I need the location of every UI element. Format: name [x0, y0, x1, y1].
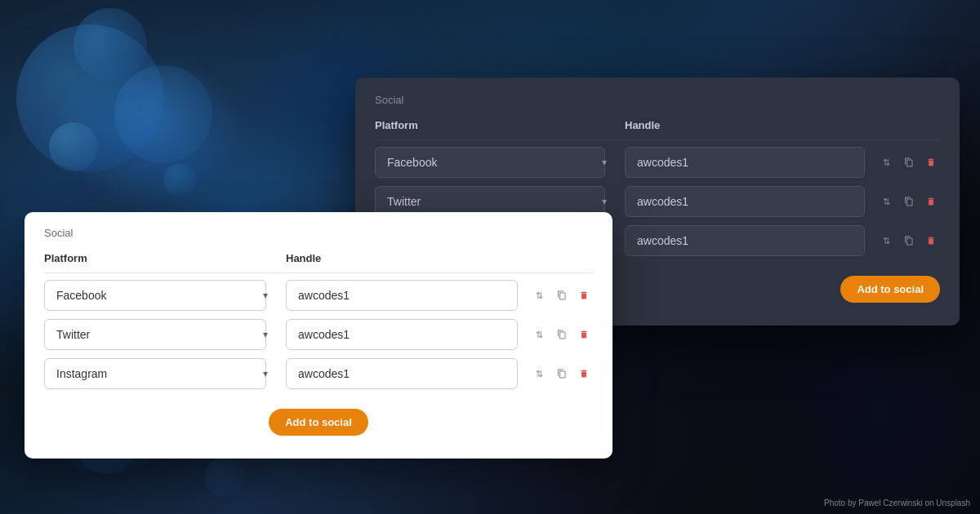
row-actions-2: ⇅	[528, 364, 593, 383]
sort-button-0[interactable]: ⇅	[878, 153, 895, 172]
delete-button-1[interactable]	[576, 325, 593, 344]
handle-input-2[interactable]	[625, 225, 865, 256]
platform-select-1[interactable]: FacebookTwitterInstagramLinkedInYouTube	[44, 319, 266, 350]
handle-input-0[interactable]	[286, 280, 518, 311]
light-add-social-button[interactable]: Add to social	[269, 409, 368, 436]
light-platform-header: Platform	[44, 252, 286, 264]
row-actions-2: ⇅	[875, 231, 940, 250]
light-card: Social Platform Handle FacebookTwitterIn…	[24, 212, 612, 459]
delete-button-0[interactable]	[576, 286, 593, 305]
light-handle-header: Handle	[286, 252, 528, 264]
platform-select-0[interactable]: FacebookTwitterInstagramLinkedInYouTube	[375, 147, 605, 178]
delete-button-2[interactable]	[576, 364, 593, 383]
light-card-header: Platform Handle	[44, 252, 593, 273]
copy-button-2[interactable]	[900, 231, 917, 250]
light-rows: FacebookTwitterInstagramLinkedInYouTube⇅…	[44, 280, 593, 389]
copy-button-2[interactable]	[553, 364, 570, 383]
delete-button-0[interactable]	[923, 153, 940, 172]
dark-platform-header: Platform	[375, 119, 625, 131]
table-row: FacebookTwitterInstagramLinkedInYouTube⇅	[44, 358, 593, 389]
copy-button-1[interactable]	[900, 192, 917, 211]
light-btn-row: Add to social	[44, 397, 593, 436]
platform-select-0[interactable]: FacebookTwitterInstagramLinkedInYouTube	[44, 280, 266, 311]
sort-button-1[interactable]: ⇅	[878, 192, 895, 211]
copy-button-0[interactable]	[900, 153, 917, 172]
handle-input-1[interactable]	[286, 319, 518, 350]
row-actions-0: ⇅	[528, 286, 593, 305]
platform-select-2[interactable]: FacebookTwitterInstagramLinkedInYouTube	[44, 358, 266, 389]
copy-button-1[interactable]	[553, 325, 570, 344]
watermark: Photo by Pawel Czerwinski on Unsplash	[824, 498, 970, 507]
dark-add-social-button[interactable]: Add to social	[840, 276, 940, 303]
table-row: FacebookTwitterInstagramLinkedInYouTube⇅	[44, 319, 593, 350]
light-card-title: Social	[44, 227, 593, 239]
sort-button-2[interactable]: ⇅	[531, 364, 548, 383]
sort-button-2[interactable]: ⇅	[878, 231, 895, 250]
sort-button-0[interactable]: ⇅	[531, 286, 548, 305]
table-row: FacebookTwitterInstagramLinkedInYouTube⇅	[375, 147, 940, 178]
handle-input-1[interactable]	[625, 186, 865, 217]
delete-button-2[interactable]	[923, 231, 940, 250]
row-actions-0: ⇅	[875, 153, 940, 172]
dark-handle-header: Handle	[625, 119, 875, 131]
platform-select-wrapper-0: FacebookTwitterInstagramLinkedInYouTube	[375, 147, 625, 178]
delete-button-1[interactable]	[923, 192, 940, 211]
copy-button-0[interactable]	[553, 286, 570, 305]
handle-input-2[interactable]	[286, 358, 518, 389]
row-actions-1: ⇅	[875, 192, 940, 211]
sort-button-1[interactable]: ⇅	[531, 325, 548, 344]
handle-input-0[interactable]	[625, 147, 865, 178]
row-actions-1: ⇅	[528, 325, 593, 344]
platform-select-wrapper-0: FacebookTwitterInstagramLinkedInYouTube	[44, 280, 286, 311]
table-row: FacebookTwitterInstagramLinkedInYouTube⇅	[44, 280, 593, 311]
dark-card-header: Platform Handle	[375, 119, 940, 140]
dark-card-title: Social	[375, 94, 940, 106]
platform-select-wrapper-1: FacebookTwitterInstagramLinkedInYouTube	[44, 319, 286, 350]
platform-select-wrapper-2: FacebookTwitterInstagramLinkedInYouTube	[44, 358, 286, 389]
